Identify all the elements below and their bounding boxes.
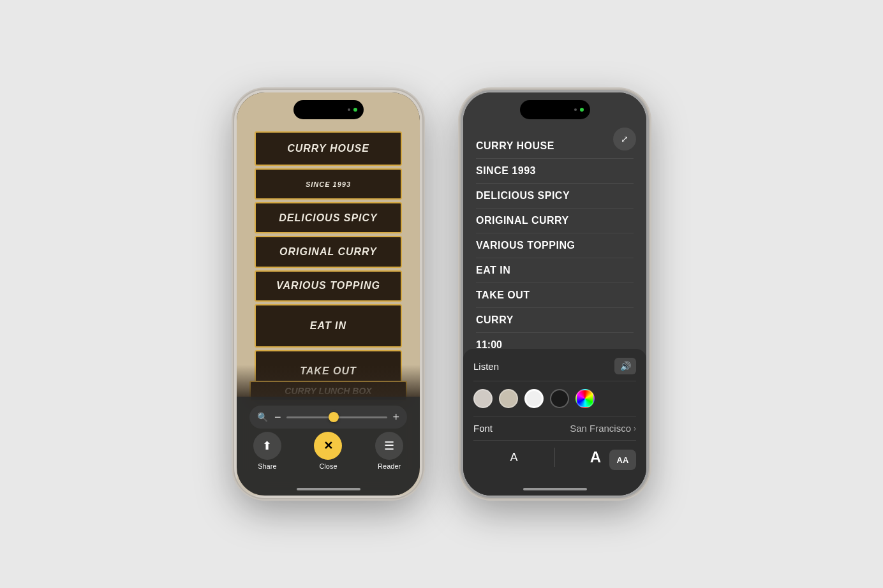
reader-label: Reader [378, 462, 401, 470]
text-item-since: SINCE 1993 [476, 159, 634, 184]
text-eatin: EAT IN [476, 265, 510, 276]
aa-label: AA [617, 455, 629, 465]
camera-dot [348, 108, 350, 111]
share-icon: ⬆ [262, 439, 272, 453]
phone-2-frame: ⤢ CURRY HOUSE SINCE 1993 DELICIOUS SPICY… [461, 90, 649, 498]
sign-row-curry-house: CURRY HOUSE [255, 131, 402, 166]
text-since: SINCE 1993 [476, 165, 536, 176]
font-size-decrease-button[interactable]: A [473, 446, 554, 469]
zoom-bar[interactable]: 🔍 − + [249, 406, 407, 429]
home-bar-1 [297, 488, 360, 490]
sign-row-delicious: DELICIOUS SPICY [255, 202, 402, 233]
recognized-text-list: CURRY HOUSE SINCE 1993 DELICIOUS SPICY O… [463, 128, 646, 351]
share-label: Share [258, 462, 276, 470]
listen-row: Listen 🔊 [473, 349, 636, 381]
text-various: VARIOUS TOPPING [476, 240, 575, 251]
share-button[interactable]: ⬆ Share [253, 432, 281, 470]
sign-board: CURRY HOUSE SINCE 1993 DELICIOUS SPICY O… [249, 128, 407, 397]
text-item-original: ORIGINAL CURRY [476, 209, 634, 233]
sign-text-various: VARIOUS TOPPING [276, 280, 380, 291]
color-swatch-beige[interactable] [499, 389, 518, 408]
color-swatch-warm[interactable] [473, 389, 493, 408]
zoom-plus-icon[interactable]: + [392, 411, 399, 424]
dynamic-island-1 [293, 100, 364, 119]
speaker-button[interactable]: 🔊 [614, 358, 636, 374]
expand-button[interactable]: ⤢ [613, 128, 636, 151]
text-item-takeout: TAKE OUT [476, 283, 634, 308]
close-icon: ✕ [323, 439, 333, 453]
status-dot-green [353, 108, 357, 112]
phone-1-inner: CURRY HOUSE SINCE 1993 DELICIOUS SPICY O… [237, 92, 420, 496]
color-swatch-row [473, 381, 636, 416]
phone-2-inner: ⤢ CURRY HOUSE SINCE 1993 DELICIOUS SPICY… [463, 92, 646, 496]
color-swatch-rainbow[interactable] [575, 389, 595, 408]
sign-text-since: SINCE 1993 [306, 180, 351, 188]
speaker-icon: 🔊 [620, 361, 631, 371]
sign-board-area: CURRY HOUSE SINCE 1993 DELICIOUS SPICY O… [249, 128, 407, 397]
bottom-panel: Listen 🔊 Font [463, 349, 646, 496]
text-item-delicious: DELICIOUS SPICY [476, 184, 634, 209]
close-label: Close [319, 462, 337, 470]
text-item-curry: CURRY [476, 308, 634, 333]
fade-overlay [237, 365, 420, 397]
zoom-thumb[interactable] [329, 412, 339, 422]
font-label: Font [473, 423, 493, 434]
expand-icon: ⤢ [621, 134, 628, 144]
reader-icon-circle[interactable]: ☰ [375, 432, 403, 460]
text-item-time: 11:00 [476, 333, 634, 351]
font-size-small-label: A [510, 451, 517, 464]
zoom-track[interactable] [286, 416, 388, 418]
text-curry: CURRY [476, 314, 514, 325]
sign-text-original: ORIGINAL CURRY [279, 246, 377, 258]
phones-container: CURRY HOUSE SINCE 1993 DELICIOUS SPICY O… [234, 90, 649, 498]
status-dot-green-2 [580, 108, 584, 112]
zoom-minus-icon[interactable]: − [274, 411, 281, 424]
home-bar-2 [523, 488, 587, 490]
font-size-large-label: A [590, 448, 601, 466]
text-takeout: TAKE OUT [476, 290, 530, 300]
aa-button[interactable]: AA [609, 450, 636, 470]
text-item-curry-house: CURRY HOUSE [476, 134, 634, 159]
phone-1-frame: CURRY HOUSE SINCE 1993 DELICIOUS SPICY O… [234, 90, 422, 498]
camera-view: CURRY HOUSE SINCE 1993 DELICIOUS SPICY O… [237, 92, 420, 496]
font-row: Font San Francisco › [473, 416, 636, 441]
font-selector[interactable]: San Francisco › [570, 423, 636, 434]
zoom-icon: 🔍 [257, 412, 268, 422]
camera-dot-2 [574, 108, 577, 111]
listen-label: Listen [473, 361, 499, 372]
sign-row-original: ORIGINAL CURRY [255, 236, 402, 267]
color-swatch-white[interactable] [524, 389, 544, 408]
close-button[interactable]: ✕ Close [314, 432, 342, 470]
text-item-eatin: EAT IN [476, 258, 634, 283]
text-recognition-view: ⤢ CURRY HOUSE SINCE 1993 DELICIOUS SPICY… [463, 92, 646, 496]
dynamic-island-2 [520, 100, 590, 119]
share-icon-circle[interactable]: ⬆ [253, 432, 281, 460]
sign-text-eatin: EAT IN [310, 320, 346, 332]
sign-row-various: VARIOUS TOPPING [255, 270, 402, 302]
reader-button[interactable]: ☰ Reader [375, 432, 403, 470]
sign-text-delicious: DELICIOUS SPICY [279, 212, 378, 224]
text-item-various: VARIOUS TOPPING [476, 233, 634, 258]
chevron-right-icon: › [634, 424, 636, 433]
text-delicious: DELICIOUS SPICY [476, 190, 570, 201]
close-icon-circle[interactable]: ✕ [314, 432, 342, 460]
text-original: ORIGINAL CURRY [476, 215, 569, 226]
font-value-text: San Francisco [570, 423, 631, 434]
text-curry-house: CURRY HOUSE [476, 140, 554, 151]
sign-row-eatin: EAT IN [255, 304, 402, 347]
reader-icon: ☰ [384, 439, 394, 453]
sign-text-curry-house: CURRY HOUSE [287, 143, 369, 154]
color-swatch-black[interactable] [550, 389, 569, 408]
sign-row-since: SINCE 1993 [255, 168, 402, 200]
bottom-actions: ⬆ Share ✕ Close ☰ Reader [237, 432, 420, 470]
